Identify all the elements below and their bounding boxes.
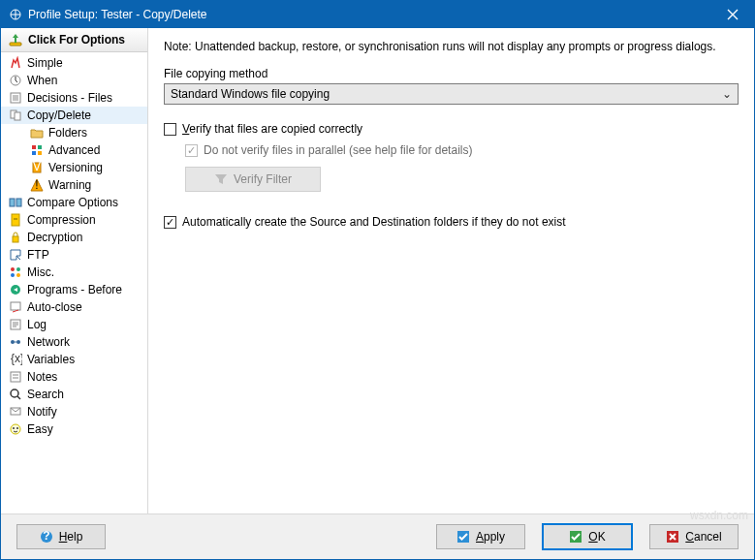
cancel-icon bbox=[666, 530, 679, 544]
svg-point-30 bbox=[11, 389, 18, 397]
svg-text:!: ! bbox=[35, 178, 38, 192]
svg-point-21 bbox=[11, 273, 15, 277]
svg-rect-15 bbox=[16, 199, 21, 206]
svg-rect-10 bbox=[38, 151, 42, 155]
svg-rect-18 bbox=[13, 236, 18, 242]
verify-filter-button[interactable]: Verify Filter bbox=[185, 167, 321, 192]
sidebar-item-easy[interactable]: Easy bbox=[1, 420, 147, 438]
sidebar-icon bbox=[9, 248, 22, 262]
svg-point-33 bbox=[13, 427, 15, 429]
sidebar-item-network[interactable]: Network bbox=[1, 333, 147, 351]
close-button[interactable] bbox=[711, 1, 754, 28]
svg-rect-17 bbox=[14, 218, 17, 220]
svg-rect-8 bbox=[38, 145, 42, 149]
svg-rect-14 bbox=[10, 199, 15, 206]
no-parallel-row: Do not verify files in parallel (see hel… bbox=[185, 143, 739, 157]
ok-icon bbox=[569, 530, 582, 544]
sidebar: Click For Options SimpleWhenDecisions - … bbox=[1, 28, 148, 513]
filter-icon bbox=[214, 172, 228, 186]
sidebar-item-programs-before[interactable]: Programs - Before bbox=[1, 281, 147, 298]
sidebar-icon bbox=[9, 283, 22, 296]
sidebar-item-warning[interactable]: !Warning bbox=[1, 176, 147, 194]
ok-button[interactable]: OK OK bbox=[543, 524, 632, 549]
sidebar-item-label: Versioning bbox=[48, 161, 103, 174]
sidebar-item-label: Easy bbox=[27, 422, 53, 436]
window: Profile Setup: Tester - Copy/Delete Clic… bbox=[0, 0, 755, 560]
sidebar-item-compare-options[interactable]: Compare Options bbox=[1, 194, 147, 211]
svg-text:V: V bbox=[33, 161, 41, 173]
sidebar-item-when[interactable]: When bbox=[1, 72, 147, 89]
sidebar-item-auto-close[interactable]: Auto-close bbox=[1, 298, 147, 316]
no-parallel-label: Do not verify files in parallel (see hel… bbox=[204, 143, 472, 157]
sidebar-icon bbox=[30, 126, 44, 140]
svg-point-19 bbox=[11, 267, 15, 271]
sidebar-item-label: Variables bbox=[27, 353, 75, 366]
cancel-button[interactable]: Cancel Cancel bbox=[649, 524, 739, 549]
sidebar-item-search[interactable]: Search bbox=[1, 386, 147, 403]
copy-method-label: File copying method bbox=[164, 67, 739, 80]
sidebar-icon bbox=[9, 405, 22, 419]
sidebar-item-label: When bbox=[27, 74, 57, 87]
sidebar-item-decisions-files[interactable]: Decisions - Files bbox=[1, 89, 147, 107]
sidebar-icon bbox=[9, 370, 22, 384]
sidebar-item-label: Search bbox=[27, 388, 64, 401]
sidebar-icon bbox=[9, 213, 22, 227]
sidebar-item-label: Auto-close bbox=[27, 300, 82, 314]
sidebar-item-variables[interactable]: {x}Variables bbox=[1, 351, 147, 368]
autocreate-label: Automatically create the Source and Dest… bbox=[182, 215, 566, 229]
svg-rect-1 bbox=[10, 43, 21, 46]
apply-icon bbox=[456, 530, 470, 544]
help-label: Help bbox=[59, 530, 83, 544]
sidebar-item-label: Programs - Before bbox=[27, 283, 122, 296]
sidebar-item-versioning[interactable]: VVersioning bbox=[1, 159, 147, 176]
sidebar-icon bbox=[9, 318, 22, 331]
sidebar-item-label: Compression bbox=[27, 213, 96, 227]
sidebar-item-label: Notify bbox=[27, 405, 57, 419]
verify-filter-label: Verify Filter bbox=[234, 172, 292, 186]
sidebar-icon bbox=[9, 388, 22, 401]
sidebar-item-notes[interactable]: Notes bbox=[1, 368, 147, 386]
sidebar-icon bbox=[9, 422, 22, 436]
apply-button[interactable]: Apply Apply bbox=[436, 524, 525, 549]
cancel-label: Cancel bbox=[685, 530, 721, 544]
options-header[interactable]: Click For Options bbox=[1, 28, 147, 52]
sidebar-item-misc-[interactable]: Misc. bbox=[1, 264, 147, 281]
svg-rect-29 bbox=[11, 372, 20, 382]
sidebar-item-compression[interactable]: Compression bbox=[1, 211, 147, 229]
sidebar-item-copy-delete[interactable]: Copy/Delete bbox=[1, 107, 147, 124]
sidebar-item-folders[interactable]: Folders bbox=[1, 124, 147, 141]
svg-rect-6 bbox=[15, 112, 20, 120]
sidebar-item-label: Decryption bbox=[27, 231, 82, 244]
sidebar-item-log[interactable]: Log bbox=[1, 316, 147, 333]
help-icon: ? bbox=[40, 530, 53, 544]
autocreate-row: Automatically create the Source and Dest… bbox=[164, 215, 739, 229]
svg-rect-2 bbox=[15, 38, 16, 43]
sidebar-item-label: Warning bbox=[48, 178, 91, 192]
svg-point-22 bbox=[16, 273, 20, 277]
sidebar-item-simple[interactable]: Simple bbox=[1, 54, 147, 72]
app-icon bbox=[9, 8, 22, 21]
sidebar-item-advanced[interactable]: Advanced bbox=[1, 141, 147, 159]
sidebar-tree: SimpleWhenDecisions - FilesCopy/DeleteFo… bbox=[1, 52, 147, 513]
svg-point-20 bbox=[16, 267, 20, 271]
sidebar-item-ftp[interactable]: FTP bbox=[1, 246, 147, 264]
svg-point-34 bbox=[16, 427, 18, 429]
sidebar-item-label: Notes bbox=[27, 370, 57, 384]
svg-rect-9 bbox=[32, 151, 36, 155]
sidebar-item-label: Advanced bbox=[48, 143, 100, 157]
body: Click For Options SimpleWhenDecisions - … bbox=[1, 28, 754, 513]
sidebar-item-label: Decisions - Files bbox=[27, 91, 112, 105]
no-parallel-checkbox[interactable] bbox=[185, 144, 198, 157]
footer: ? Help Help Apply Apply OK OK Cancel Can… bbox=[1, 513, 754, 559]
copy-method-dropdown[interactable]: Standard Windows file copying ⌄ bbox=[164, 83, 739, 105]
sidebar-item-notify[interactable]: Notify bbox=[1, 403, 147, 420]
sidebar-item-label: Folders bbox=[48, 126, 87, 140]
verify-checkbox[interactable] bbox=[164, 123, 176, 136]
main-panel: Note: Unattended backup, restore, or syn… bbox=[148, 28, 754, 513]
sidebar-icon bbox=[9, 56, 22, 70]
sidebar-item-decryption[interactable]: Decryption bbox=[1, 229, 147, 246]
help-button[interactable]: ? Help Help bbox=[16, 524, 106, 549]
apply-label: Apply bbox=[476, 530, 505, 544]
autocreate-checkbox[interactable] bbox=[164, 216, 176, 229]
note-text: Note: Unattended backup, restore, or syn… bbox=[164, 40, 739, 53]
